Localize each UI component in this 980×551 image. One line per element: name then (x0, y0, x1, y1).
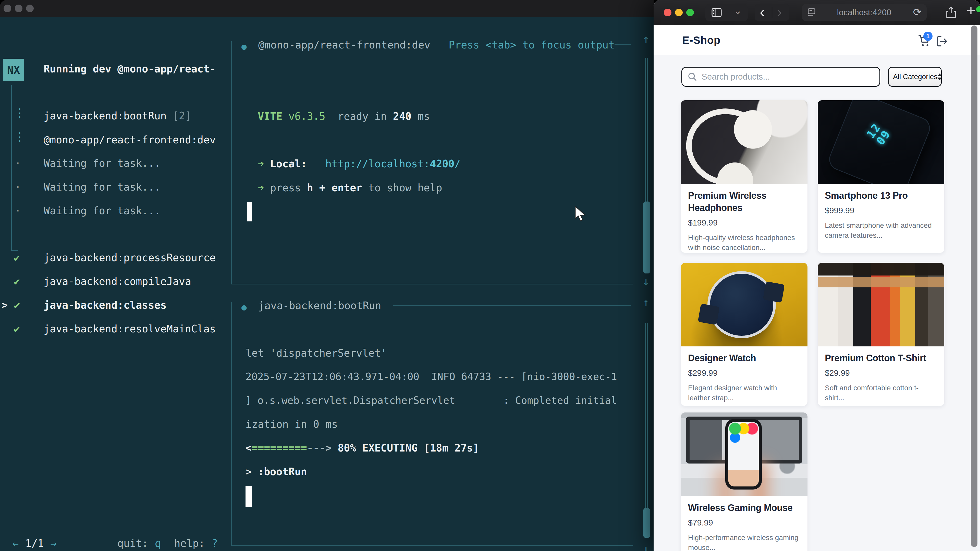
queue-marker-icon: ⋮ (14, 130, 25, 143)
bullet-icon: · (15, 157, 21, 169)
traffic-light-zoom-icon[interactable] (686, 9, 694, 16)
traffic-light-zoom-icon[interactable] (26, 5, 34, 12)
product-card[interactable]: Wireless Gaming Mouse $79.99 High-perfor… (681, 412, 808, 551)
check-icon: ✔ (14, 275, 20, 287)
product-card[interactable]: Designer Watch $299.99 Elegant designer … (681, 262, 808, 406)
shop-title: E-Shop (682, 34, 721, 46)
browser-chrome: ⌄ ‹ › localhost:4200 ⟳ (654, 0, 980, 25)
logout-icon[interactable] (936, 36, 948, 47)
terminal-shortcuts: quit:qhelp:? (118, 537, 218, 549)
log-line: let 'dispatcherServlet' (245, 347, 387, 359)
scroll-down-icon[interactable]: ↓ (643, 543, 649, 551)
shop-header: E-Shop 1 (654, 25, 980, 56)
traffic-light-close-icon[interactable] (3, 5, 11, 12)
product-price: $199.99 (688, 218, 800, 227)
vite-ready-ms: 240 (393, 110, 411, 122)
vite-help-line: ➜ press h + enter to show help (258, 182, 442, 194)
terminal-cursor (245, 486, 251, 507)
page-settings-icon[interactable] (808, 8, 815, 17)
search-input[interactable] (701, 72, 880, 82)
chevron-down-icon[interactable]: ⌄ (733, 5, 742, 16)
scroll-up-icon[interactable]: ↑ (643, 33, 649, 45)
vite-version: v6.3.5 (288, 110, 325, 122)
new-tab-icon[interactable]: + (966, 2, 975, 19)
terminal-window: NX Running dev @mono-app/react- ⋮ java-b… (0, 0, 654, 551)
scroll-down-icon[interactable]: ↓ (643, 275, 649, 287)
scrollbar-track[interactable] (645, 58, 648, 202)
product-image (818, 263, 944, 346)
waiting-task: Waiting for task... (44, 205, 161, 217)
queue-marker-icon: ⋮ (14, 106, 25, 119)
vite-local-line: ➜ Local: http://localhost:4200/ (258, 158, 461, 170)
done-task: java-backend:compileJava (44, 275, 191, 287)
product-description: Latest smartphone with advanced camera f… (825, 221, 937, 240)
help-key: ? (212, 537, 218, 549)
active-task-marker-icon: > (2, 299, 8, 311)
sidebar-toggle-icon[interactable] (711, 8, 722, 17)
cart-count-badge[interactable]: 1 (923, 32, 932, 41)
pager-prev-icon[interactable]: ← (13, 537, 19, 549)
status-green-dot (976, 6, 980, 12)
task-group-bracket-foot (11, 250, 18, 251)
product-name: Premium Cotton T-Shirt (825, 352, 937, 364)
product-price: $79.99 (688, 518, 800, 527)
product-card[interactable]: Premium Cotton T-Shirt $29.99 Soft and c… (818, 262, 945, 406)
pager: ←1/1→ (13, 537, 56, 549)
back-icon[interactable]: ‹ (760, 3, 765, 20)
select-stepper-icon (937, 73, 942, 80)
queued-task: @mono-app/react-frontend:dev (44, 134, 216, 146)
check-icon: ✔ (14, 323, 20, 335)
product-card[interactable]: 12 09 Smartphone 13 Pro $999.99 Latest s… (818, 100, 945, 253)
pager-next-icon[interactable]: → (50, 537, 56, 549)
terminal-run-title: Running dev @mono-app/react- (44, 63, 216, 75)
forward-icon[interactable]: › (777, 3, 782, 20)
traffic-light-minimize-icon[interactable] (15, 5, 22, 12)
nav-divider (772, 6, 772, 18)
nx-logo: NX (3, 59, 24, 81)
product-image (681, 263, 808, 346)
local-url-port[interactable]: 4200 (430, 158, 454, 170)
terminal-body: NX Running dev @mono-app/react- ⋮ java-b… (0, 17, 654, 551)
local-url[interactable]: http://localhost: (325, 158, 430, 170)
local-label: Local: (264, 158, 307, 170)
panel-header-rule (393, 305, 631, 306)
panel-title: @mono-app/react-frontend:dev (258, 39, 430, 51)
traffic-light-close-icon[interactable] (664, 9, 671, 16)
product-description: High-performance wireless gaming mouse..… (688, 533, 800, 551)
product-name: Premium Wireless Headphones (688, 189, 800, 214)
vite-ready-label: ready in (325, 110, 393, 122)
category-select[interactable]: All Categories (888, 67, 942, 87)
help-keys: h + enter (307, 182, 363, 194)
scrollbar-thumb[interactable] (643, 508, 650, 538)
browser-scrollbar-thumb[interactable] (971, 25, 977, 547)
share-icon[interactable] (946, 6, 956, 18)
help-label: help: (174, 537, 205, 549)
panel-header-rule (614, 44, 631, 45)
scrollbar-thumb[interactable] (643, 202, 650, 273)
panel-title: java-backend:bootRun (258, 300, 381, 312)
bullet-icon: · (15, 181, 21, 193)
quit-label: quit: (118, 537, 148, 549)
scroll-up-icon[interactable]: ↑ (643, 297, 649, 309)
scrollbar-track[interactable] (645, 323, 648, 508)
address-bar[interactable]: localhost:4200 ⟳ (802, 4, 927, 21)
terminal-titlebar (0, 0, 654, 17)
log-line: ] o.s.web.servlet.DispatcherServlet : Co… (245, 394, 617, 407)
gradle-progress-line: <=========---> 80% EXECUTING [18m 27s] (245, 442, 479, 454)
reload-icon[interactable]: ⟳ (913, 6, 921, 18)
log-line: ization in 0 ms (245, 418, 338, 430)
product-card[interactable]: Premium Wireless Headphones $199.99 High… (681, 100, 808, 253)
product-name: Wireless Gaming Mouse (688, 502, 800, 514)
quit-key: q (155, 537, 161, 549)
url-text[interactable]: localhost:4200 (837, 8, 891, 17)
done-task: java-backend:resolveMainClas (44, 323, 216, 335)
panel-dot-icon: ● (242, 301, 247, 313)
vite-ready-line: VITE v6.3.5 ready in 240 ms (258, 110, 430, 122)
product-name: Smartphone 13 Pro (825, 189, 937, 202)
product-description: Soft and comfortable cotton t-shirt... (825, 383, 937, 403)
task-group-bracket (11, 85, 12, 251)
product-description: Elegant designer watch with leather stra… (688, 383, 800, 403)
bullet-icon: · (15, 205, 21, 217)
traffic-light-minimize-icon[interactable] (675, 9, 682, 16)
arrow-icon: ➜ (258, 158, 264, 170)
